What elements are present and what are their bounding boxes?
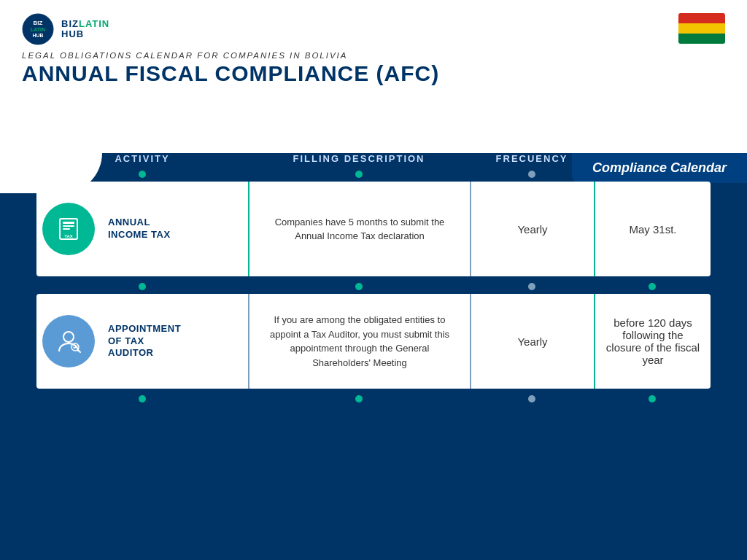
dot-3b	[248, 394, 470, 403]
dot-3c	[470, 394, 594, 403]
svg-point-9	[63, 332, 74, 342]
dot-2a	[36, 282, 248, 291]
main-title: Annual Fiscal Compliance (AFC)	[22, 61, 725, 86]
cell-activity-1: TAX ANNUALINCOME TAX	[36, 182, 248, 276]
svg-text:BIZ: BIZ	[34, 20, 43, 26]
svg-text:LATIN: LATIN	[31, 27, 45, 32]
row-appointment-tax-auditor: APPOINTMENTOF TAXAUDITOR If you are amon…	[36, 294, 711, 389]
dot-row-3	[36, 394, 711, 403]
bolivia-flag	[678, 13, 725, 44]
svg-rect-6	[63, 225, 74, 227]
cell-desc-2: If you are among the obligated entities …	[248, 294, 470, 389]
svg-text:TAX: TAX	[64, 234, 73, 238]
col-filling: Filling Description	[248, 153, 470, 164]
dot-2d	[594, 282, 711, 291]
dot-2b	[248, 282, 470, 291]
cell-desc-1: Companies have 5 months to submit the An…	[248, 182, 470, 276]
subtitle: Legal Obligations Calendar for Companies…	[22, 51, 725, 60]
flag-yellow	[678, 23, 725, 34]
cell-freq-2: Yearly	[470, 294, 594, 389]
tax-icon: TAX	[54, 214, 83, 244]
cell-activity-2: APPOINTMENTOF TAXAUDITOR	[36, 294, 248, 389]
cell-due-2: before 120 days following the closure of…	[594, 294, 711, 389]
icon-circle-tax: TAX	[42, 203, 95, 255]
dot-row-2	[36, 282, 711, 291]
main-section: Compliance Calendar Activity Filling Des…	[0, 153, 747, 560]
svg-text:HUB: HUB	[32, 33, 43, 38]
activity-label-2: APPOINTMENTOF TAXAUDITOR	[108, 323, 181, 360]
row-annual-income-tax: TAX ANNUALINCOME TAX Companies have 5 mo…	[36, 182, 711, 276]
compliance-badge: Compliance Calendar	[572, 153, 747, 183]
flag-red	[678, 13, 725, 23]
dot-1b	[248, 170, 470, 179]
logo-text: BIZLATIN HUB	[61, 19, 109, 40]
logo-icon: BIZ LATIN HUB	[22, 13, 54, 45]
logo-area: BIZ LATIN HUB BIZLATIN HUB	[22, 13, 725, 45]
icon-circle-auditor	[42, 315, 95, 368]
table-container: Activity Filling Description Frecuency D…	[36, 153, 711, 403]
auditor-icon	[54, 327, 83, 356]
header: BIZ LATIN HUB BIZLATIN HUB Legal Obligat…	[0, 0, 747, 106]
cell-due-1: May 31st.	[594, 182, 711, 276]
page-wrapper: BIZ LATIN HUB BIZLATIN HUB Legal Obligat…	[0, 0, 747, 560]
svg-rect-5	[63, 222, 74, 224]
activity-label-1: ANNUALINCOME TAX	[108, 217, 171, 241]
dot-2c	[470, 282, 594, 291]
svg-rect-7	[63, 228, 70, 230]
dot-3d	[594, 394, 711, 403]
dot-3a	[36, 394, 248, 403]
cell-freq-1: Yearly	[470, 182, 594, 276]
svg-line-11	[78, 350, 80, 352]
flag-green	[678, 34, 725, 44]
